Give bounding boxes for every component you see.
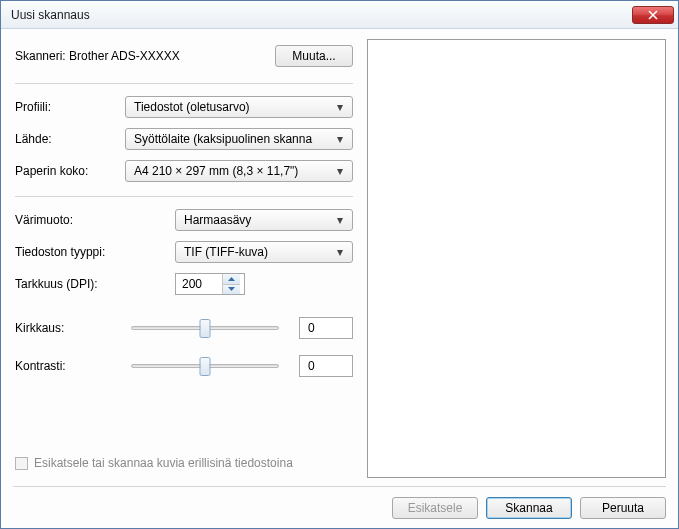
- dpi-spinner[interactable]: [175, 273, 245, 295]
- chevron-down-icon: ▾: [332, 245, 348, 259]
- scanner-label: Skanneri: Brother ADS-XXXXX: [15, 49, 275, 63]
- contrast-slider[interactable]: [125, 364, 285, 368]
- dpi-row: Tarkkuus (DPI):: [15, 273, 353, 295]
- scan-button[interactable]: Skannaa: [486, 497, 572, 519]
- separator: [15, 83, 353, 84]
- dpi-spin-buttons: [222, 274, 240, 294]
- brightness-row: Kirkkaus: 0: [15, 317, 353, 339]
- contrast-row: Kontrasti: 0: [15, 355, 353, 377]
- profile-row: Profiili: Tiedostot (oletusarvo) ▾: [15, 96, 353, 118]
- separate-files-row: Esikatsele tai skannaa kuvia erillisinä …: [15, 456, 353, 470]
- brightness-label: Kirkkaus:: [15, 321, 125, 335]
- scan-dialog: Uusi skannaus Skanneri: Brother ADS-XXXX…: [0, 0, 679, 529]
- preview-button[interactable]: Esikatsele: [392, 497, 478, 519]
- file-type-label: Tiedoston tyyppi:: [15, 245, 175, 259]
- preview-area[interactable]: [367, 39, 666, 478]
- color-format-row: Värimuoto: Harmaasävy ▾: [15, 209, 353, 231]
- source-row: Lähde: Syöttölaite (kaksipuolinen skanna…: [15, 128, 353, 150]
- close-button[interactable]: [632, 6, 674, 24]
- brightness-slider[interactable]: [125, 326, 285, 330]
- source-label: Lähde:: [15, 132, 125, 146]
- settings-pane: Skanneri: Brother ADS-XXXXX Muuta... Pro…: [15, 39, 353, 482]
- source-select[interactable]: Syöttölaite (kaksipuolinen skanna ▾: [125, 128, 353, 150]
- content-area: Skanneri: Brother ADS-XXXXX Muuta... Pro…: [1, 29, 678, 486]
- close-icon: [648, 10, 658, 20]
- chevron-down-icon: ▾: [332, 213, 348, 227]
- profile-value: Tiedostot (oletusarvo): [134, 100, 332, 114]
- file-type-value: TIF (TIFF-kuva): [184, 245, 332, 259]
- change-scanner-button[interactable]: Muuta...: [275, 45, 353, 67]
- paper-size-value: A4 210 × 297 mm (8,3 × 11,7"): [134, 164, 332, 178]
- paper-size-row: Paperin koko: A4 210 × 297 mm (8,3 × 11,…: [15, 160, 353, 182]
- contrast-label: Kontrasti:: [15, 359, 125, 373]
- dpi-input[interactable]: [176, 274, 222, 294]
- brightness-value[interactable]: 0: [299, 317, 353, 339]
- dpi-spin-down[interactable]: [223, 285, 240, 295]
- file-type-row: Tiedoston tyyppi: TIF (TIFF-kuva) ▾: [15, 241, 353, 263]
- titlebar: Uusi skannaus: [1, 1, 678, 29]
- separate-files-checkbox[interactable]: [15, 457, 28, 470]
- scanner-row: Skanneri: Brother ADS-XXXXX Muuta...: [15, 45, 353, 67]
- chevron-down-icon: ▾: [332, 100, 348, 114]
- paper-size-label: Paperin koko:: [15, 164, 125, 178]
- separate-files-label: Esikatsele tai skannaa kuvia erillisinä …: [34, 456, 293, 470]
- chevron-down-icon: ▾: [332, 132, 348, 146]
- color-format-label: Värimuoto:: [15, 213, 175, 227]
- paper-size-select[interactable]: A4 210 × 297 mm (8,3 × 11,7") ▾: [125, 160, 353, 182]
- contrast-value[interactable]: 0: [299, 355, 353, 377]
- cancel-button[interactable]: Peruuta: [580, 497, 666, 519]
- color-format-select[interactable]: Harmaasävy ▾: [175, 209, 353, 231]
- color-format-value: Harmaasävy: [184, 213, 332, 227]
- source-value: Syöttölaite (kaksipuolinen skanna: [134, 132, 332, 146]
- file-type-select[interactable]: TIF (TIFF-kuva) ▾: [175, 241, 353, 263]
- profile-select[interactable]: Tiedostot (oletusarvo) ▾: [125, 96, 353, 118]
- dialog-footer: Esikatsele Skannaa Peruuta: [13, 486, 666, 528]
- dpi-spin-up[interactable]: [223, 274, 240, 285]
- brightness-thumb[interactable]: [200, 319, 211, 338]
- contrast-thumb[interactable]: [200, 357, 211, 376]
- window-title: Uusi skannaus: [11, 8, 632, 22]
- separator: [15, 196, 353, 197]
- chevron-down-icon: ▾: [332, 164, 348, 178]
- profile-label: Profiili:: [15, 100, 125, 114]
- dpi-label: Tarkkuus (DPI):: [15, 277, 175, 291]
